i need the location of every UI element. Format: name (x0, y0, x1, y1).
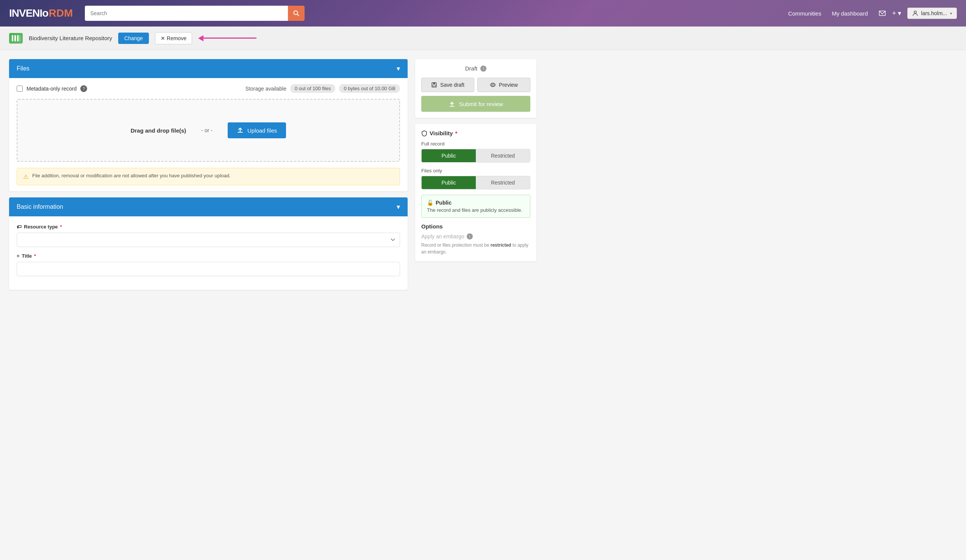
notifications-button[interactable] (879, 10, 886, 17)
svg-point-3 (914, 11, 917, 13)
files-chevron-icon[interactable]: ▾ (397, 64, 400, 73)
metadata-only-label: Metadata-only record (26, 85, 77, 92)
submit-for-review-button[interactable]: Submit for review (421, 96, 531, 112)
shield-icon (421, 130, 427, 136)
inbox-icon (879, 10, 886, 17)
search-bar (85, 6, 305, 21)
file-warning-box: ⚠ File addition, removal or modification… (16, 168, 400, 185)
logo: INVENIoRDM (9, 7, 73, 19)
dashboard-link[interactable]: My dashboard (832, 10, 868, 16)
embargo-label-text: Apply an embargo (421, 233, 465, 240)
file-dropzone[interactable]: Drag and drop file(s) - or - Upload file… (16, 99, 400, 162)
plus-icon: + (892, 10, 896, 17)
header-nav: Communities My dashboard + ▾ lars.holm..… (788, 8, 957, 19)
full-record-toggle: Public Restricted (421, 149, 531, 163)
files-only-toggle: Public Restricted (421, 176, 531, 189)
basic-info-body: 🏷 Resource type * ≡ Title * (9, 216, 407, 290)
logo-o-text: o (42, 7, 48, 19)
user-caret-icon: ▾ (950, 11, 952, 16)
svg-point-0 (294, 11, 298, 15)
files-only-restricted-button[interactable]: Restricted (476, 176, 530, 189)
add-caret-icon: ▾ (898, 9, 901, 17)
full-record-public-button[interactable]: Public (422, 149, 476, 162)
remove-community-button[interactable]: ✕ Remove (155, 32, 192, 44)
submit-icon (449, 100, 455, 107)
draft-actions: Save draft Preview (421, 78, 531, 92)
arrow-line (204, 38, 256, 39)
svg-rect-6 (433, 85, 435, 86)
storage-label: Storage available (245, 85, 286, 92)
files-only-visibility: Files only Public Restricted (421, 168, 531, 189)
public-info-text: The record and files are publicly access… (427, 207, 525, 213)
title-label: ≡ Title * (16, 253, 400, 259)
visibility-required: * (455, 130, 457, 136)
embargo-description: Record or files protection must be restr… (421, 242, 531, 255)
draft-title-text: Draft (465, 65, 478, 72)
embargo-label: Apply an embargo i (421, 233, 531, 240)
resource-type-select[interactable] (16, 233, 400, 247)
embargo-info-icon[interactable]: i (467, 233, 473, 240)
options-section: Options Apply an embargo i Record or fil… (421, 223, 531, 255)
communities-link[interactable]: Communities (788, 10, 821, 16)
resource-type-field: 🏷 Resource type * (16, 224, 400, 247)
arrow-annotation (198, 35, 256, 41)
files-controls: Metadata-only record ? Storage available… (9, 78, 407, 99)
user-icon (912, 10, 918, 16)
add-button[interactable]: + ▾ (892, 9, 901, 17)
warning-icon: ⚠ (23, 173, 28, 181)
title-icon: ≡ (16, 253, 20, 259)
search-icon (293, 10, 299, 16)
draft-title: Draft i (421, 65, 531, 72)
basic-info-chevron-icon[interactable]: ▾ (397, 203, 400, 211)
title-input[interactable] (16, 262, 400, 276)
full-record-label: Full record (421, 141, 531, 147)
or-text: - or - (201, 127, 212, 133)
warning-text: File addition, removal or modification a… (32, 173, 231, 179)
arrow-head-icon (198, 35, 204, 41)
metadata-help-icon[interactable]: ? (80, 85, 87, 92)
preview-label: Preview (499, 82, 518, 88)
resource-type-label-text: Resource type (24, 224, 58, 230)
svg-point-8 (493, 84, 494, 85)
visibility-title: Visibility * (421, 130, 531, 136)
save-draft-label: Save draft (440, 82, 465, 88)
options-title: Options (421, 223, 531, 230)
resource-type-label: 🏷 Resource type * (16, 224, 400, 230)
metadata-only-field: Metadata-only record ? (16, 85, 87, 92)
files-section: Files ▾ Metadata-only record ? Storage a… (9, 59, 407, 191)
tag-icon: 🏷 (16, 224, 21, 230)
storage-info: Storage available 0 out of 100 files 0 b… (245, 84, 400, 93)
files-count-badge: 0 out of 100 files (290, 84, 335, 93)
metadata-only-checkbox[interactable] (16, 85, 23, 92)
title-field: ≡ Title * (16, 253, 400, 276)
title-required: * (34, 253, 36, 259)
basic-info-header: Basic information ▾ (9, 197, 407, 216)
preview-button[interactable]: Preview (477, 78, 531, 92)
preview-icon (490, 82, 496, 88)
change-community-button[interactable]: Change (118, 33, 149, 44)
basic-info-title: Basic information (16, 204, 63, 210)
files-section-header: Files ▾ (9, 59, 407, 78)
search-button[interactable] (288, 6, 305, 21)
search-input[interactable] (85, 6, 288, 21)
svg-line-1 (297, 15, 299, 16)
community-icon (9, 33, 23, 44)
embargo-desc-prefix: Record or files protection must be (421, 243, 491, 248)
header: INVENIoRDM Communities My dashboard + ▾ (0, 0, 966, 26)
draft-info-icon[interactable]: i (480, 66, 486, 72)
community-bar: Biodiversity Literature Repository Chang… (0, 26, 966, 50)
public-info-box: 🔓 Public The record and files are public… (421, 195, 531, 218)
user-dropdown[interactable]: lars.holm... ▾ (907, 8, 957, 19)
files-only-public-button[interactable]: Public (422, 176, 476, 189)
full-record-restricted-button[interactable]: Restricted (476, 149, 530, 162)
drag-text: Drag and drop file(s) (131, 127, 186, 134)
upload-icon (237, 127, 243, 134)
main-content: Files ▾ Metadata-only record ? Storage a… (0, 50, 545, 299)
visibility-panel: Visibility * Full record Public Restrict… (415, 124, 536, 261)
upload-button-label: Upload files (247, 127, 277, 134)
upload-files-button[interactable]: Upload files (228, 122, 286, 138)
save-draft-button[interactable]: Save draft (421, 78, 474, 92)
save-icon (431, 82, 437, 88)
right-panel: Draft i Save draft (415, 59, 536, 290)
logo-rdm-text: RDM (48, 7, 73, 19)
